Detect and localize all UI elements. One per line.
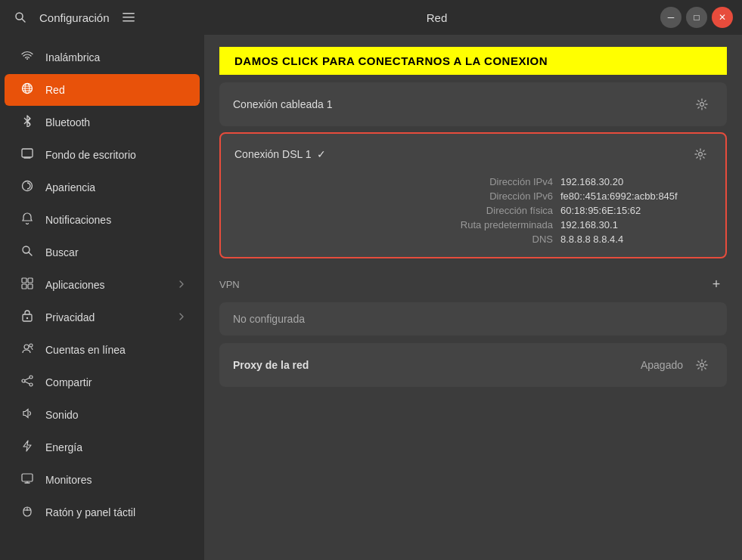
sidebar-item-bluetooth[interactable]: Bluetooth bbox=[5, 107, 200, 138]
svg-rect-18 bbox=[28, 278, 33, 283]
svg-line-28 bbox=[25, 378, 29, 380]
svg-point-23 bbox=[24, 345, 29, 349]
sidebar-label-bluetooth: Bluetooth bbox=[45, 116, 90, 128]
vpn-no-config-card: No configurada bbox=[219, 302, 727, 336]
dsl-ipv6-row: Dirección IPv6 fe80::451a:6992:acbb:845f bbox=[234, 190, 712, 202]
sidebar-label-sonido: Sonido bbox=[45, 409, 79, 421]
instruction-banner: DAMOS CLICK PARA CONECTARNOS A LA CONEXI… bbox=[219, 47, 727, 75]
svg-point-27 bbox=[22, 379, 25, 382]
dsl-ipv4-row: Dirección IPv4 192.168.30.20 bbox=[234, 176, 712, 187]
dsl-title: Conexión DSL 1 bbox=[234, 148, 311, 160]
dns-label: DNS bbox=[432, 234, 553, 245]
dns-value: 8.8.8.8 8.8.4.4 bbox=[560, 234, 712, 245]
sidebar-label-privacidad: Privacidad bbox=[45, 311, 95, 323]
dsl-settings-button[interactable] bbox=[689, 143, 712, 166]
proxy-status: Apagado bbox=[641, 359, 683, 371]
sidebar-icon-raton bbox=[20, 505, 35, 520]
svg-point-25 bbox=[29, 376, 33, 379]
sidebar-label-buscar: Buscar bbox=[45, 246, 79, 258]
svg-rect-2 bbox=[123, 13, 135, 14]
proxy-title: Proxy de la red bbox=[233, 359, 309, 371]
dsl-mac-row: Dirección física 60:18:95:6E:15:62 bbox=[234, 205, 712, 216]
sidebar-item-fondo[interactable]: Fondo de escritorio bbox=[5, 139, 200, 171]
svg-rect-4 bbox=[123, 20, 135, 22]
sidebar-icon-fondo bbox=[20, 147, 35, 162]
vpn-add-button[interactable]: + bbox=[706, 274, 727, 295]
sidebar-item-raton[interactable]: Ratón y panel táctil bbox=[5, 497, 200, 528]
sidebar-item-compartir[interactable]: Compartir bbox=[5, 367, 200, 398]
app-title: Configuración bbox=[39, 11, 110, 24]
sidebar-label-energia: Energía bbox=[45, 441, 82, 453]
svg-line-29 bbox=[25, 382, 29, 384]
svg-point-24 bbox=[29, 344, 33, 347]
titlebar: Configuración Red ─ □ ✕ bbox=[0, 0, 742, 35]
sidebar-item-energia[interactable]: Energía bbox=[5, 432, 200, 463]
sidebar: InalámbricaRedBluetoothFondo de escritor… bbox=[0, 35, 204, 560]
sidebar-item-red[interactable]: Red bbox=[5, 74, 200, 106]
sidebar-icon-red bbox=[20, 82, 35, 97]
cableada-settings-button[interactable] bbox=[691, 93, 713, 116]
svg-rect-17 bbox=[22, 278, 26, 283]
dsl-title-row: Conexión DSL 1 ✓ bbox=[234, 148, 326, 160]
search-button[interactable] bbox=[9, 6, 32, 29]
vpn-section: VPN + No configurada bbox=[219, 271, 727, 336]
proxy-settings-button[interactable] bbox=[691, 354, 713, 376]
sidebar-item-apariencia[interactable]: Apariencia bbox=[5, 172, 200, 203]
sidebar-label-compartir: Compartir bbox=[45, 376, 92, 388]
sidebar-icon-compartir bbox=[20, 375, 35, 390]
dsl-route-row: Ruta predeterminada 192.168.30.1 bbox=[234, 219, 712, 230]
sidebar-icon-energia bbox=[20, 440, 35, 455]
sidebar-item-cuentas[interactable]: Cuentas en línea bbox=[5, 334, 200, 366]
sidebar-label-cuentas: Cuentas en línea bbox=[45, 344, 126, 356]
sidebar-item-notificaciones[interactable]: Notificaciones bbox=[5, 204, 200, 236]
sidebar-label-aplicaciones: Aplicaciones bbox=[45, 279, 105, 291]
sidebar-icon-monitores bbox=[20, 472, 35, 487]
sidebar-icon-bluetooth bbox=[20, 115, 35, 130]
minimize-button[interactable]: ─ bbox=[660, 7, 681, 28]
route-label: Ruta predeterminada bbox=[432, 219, 553, 230]
sidebar-label-red: Red bbox=[45, 84, 65, 96]
sidebar-item-inalambrica[interactable]: Inalámbrica bbox=[5, 42, 200, 73]
svg-rect-20 bbox=[28, 284, 33, 289]
dsl-dns-row: DNS 8.8.8.8 8.8.4.4 bbox=[234, 234, 712, 245]
sidebar-label-notificaciones: Notificaciones bbox=[45, 214, 111, 226]
cableada-title: Conexión cableada 1 bbox=[233, 98, 333, 110]
close-button[interactable]: ✕ bbox=[712, 7, 733, 28]
svg-point-37 bbox=[699, 153, 703, 156]
mac-label: Dirección física bbox=[432, 205, 553, 216]
cableada-card[interactable]: Conexión cableada 1 bbox=[219, 82, 727, 126]
sidebar-item-privacidad[interactable]: Privacidad bbox=[5, 302, 200, 333]
svg-rect-12 bbox=[22, 149, 33, 157]
svg-rect-19 bbox=[22, 284, 26, 289]
svg-rect-30 bbox=[22, 474, 33, 481]
sidebar-icon-cuentas bbox=[20, 342, 35, 357]
sidebar-icon-notificaciones bbox=[20, 212, 35, 227]
sidebar-label-apariencia: Apariencia bbox=[45, 181, 95, 193]
mac-value: 60:18:95:6E:15:62 bbox=[560, 205, 712, 216]
sidebar-item-aplicaciones[interactable]: Aplicaciones bbox=[5, 269, 200, 301]
ipv4-value: 192.168.30.20 bbox=[560, 176, 712, 187]
ipv6-label: Dirección IPv6 bbox=[432, 190, 553, 202]
menu-button[interactable] bbox=[117, 6, 140, 29]
titlebar-left: Configuración bbox=[9, 6, 213, 29]
window-controls: ─ □ ✕ bbox=[660, 7, 733, 28]
dsl-connected-icon: ✓ bbox=[317, 148, 326, 160]
svg-point-22 bbox=[26, 317, 28, 319]
proxy-card[interactable]: Proxy de la red Apagado bbox=[219, 343, 727, 387]
sidebar-label-inalambrica: Inalámbrica bbox=[45, 51, 100, 63]
svg-rect-3 bbox=[123, 17, 135, 18]
sidebar-label-raton: Ratón y panel táctil bbox=[45, 506, 135, 518]
sidebar-icon-inalambrica bbox=[20, 50, 35, 65]
ipv4-label: Dirección IPv4 bbox=[432, 176, 553, 187]
sidebar-item-monitores[interactable]: Monitores bbox=[5, 464, 200, 496]
dsl-card[interactable]: Conexión DSL 1 ✓ Dirección IPv4 192.168.… bbox=[219, 132, 727, 258]
sidebar-item-sonido[interactable]: Sonido bbox=[5, 399, 200, 431]
vpn-label: VPN bbox=[219, 279, 240, 290]
dsl-info: Dirección IPv4 192.168.30.20 Dirección I… bbox=[234, 173, 712, 248]
route-value: 192.168.30.1 bbox=[560, 219, 712, 230]
chevron-right-icon bbox=[179, 280, 185, 291]
proxy-section: Proxy de la red Apagado bbox=[219, 343, 727, 387]
sidebar-item-buscar[interactable]: Buscar bbox=[5, 237, 200, 268]
dsl-header: Conexión DSL 1 ✓ bbox=[234, 143, 712, 166]
maximize-button[interactable]: □ bbox=[686, 7, 707, 28]
